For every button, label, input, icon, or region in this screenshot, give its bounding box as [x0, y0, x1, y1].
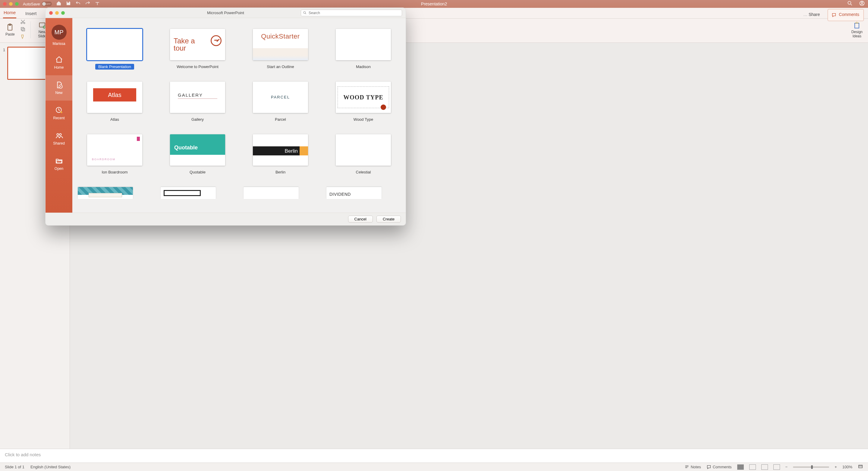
design-ideas-button[interactable]: Design Ideas	[849, 21, 865, 38]
slide-counter[interactable]: Slide 1 of 1	[5, 465, 24, 469]
new-file-icon	[55, 81, 63, 89]
template-berlin[interactable]: Berlin Berlin	[244, 134, 317, 175]
user-avatar[interactable]: MP	[52, 25, 67, 40]
sidebar-item-new[interactable]: New	[45, 75, 72, 101]
window-controls[interactable]	[3, 2, 19, 6]
template-label: Celestial	[353, 169, 374, 175]
slide-number: 1	[3, 47, 5, 79]
autosave-switch[interactable]: OFF	[41, 1, 52, 6]
template-label: Quotable	[187, 169, 209, 175]
clock-alert-icon	[55, 106, 63, 114]
zoom-slider[interactable]	[793, 467, 829, 468]
fit-to-window-icon[interactable]	[858, 464, 863, 470]
sorter-view-icon[interactable]	[749, 464, 756, 470]
minimize-window-icon[interactable]	[9, 2, 13, 6]
cancel-button[interactable]: Cancel	[348, 215, 373, 223]
qat-home-icon[interactable]	[56, 1, 61, 7]
template-welcome[interactable]: Take a tour Welcome to PowerPoint	[161, 29, 235, 70]
template-organic[interactable]: Organic	[78, 187, 152, 199]
template-search-input[interactable]	[309, 11, 400, 15]
template-atlas[interactable]: Atlas Atlas	[78, 81, 152, 122]
dialog-sidebar: MP Marissa Home New Recent Shared Open	[45, 18, 72, 213]
svg-rect-11	[855, 23, 859, 28]
svg-point-6	[24, 22, 25, 24]
template-circuit[interactable]: CIRCUIT Circuit	[244, 187, 317, 199]
zoom-percent[interactable]: 100%	[842, 465, 852, 469]
tab-home[interactable]: Home	[3, 9, 16, 19]
template-ion[interactable]: IONBOARDROOM Ion Boardroom	[78, 134, 152, 175]
quick-access-toolbar	[56, 1, 100, 7]
sidebar-item-home[interactable]: Home	[45, 50, 72, 75]
autosave-label: AutoSave	[23, 2, 40, 6]
zoom-out-icon[interactable]: −	[785, 465, 788, 469]
template-search[interactable]	[301, 10, 402, 16]
template-dividend[interactable]: DIVIDEND Dividend	[327, 187, 400, 199]
reading-view-icon[interactable]	[761, 464, 768, 470]
dialog-close-icon[interactable]	[49, 11, 53, 15]
sidebar-item-recent[interactable]: Recent	[45, 101, 72, 126]
template-frame[interactable]: Frame	[161, 187, 235, 199]
template-woodtype[interactable]: WOOD TYPE Wood Type	[327, 81, 400, 122]
paste-button[interactable]: Paste	[3, 23, 17, 36]
sidebar-item-label: Recent	[53, 116, 64, 120]
notes-placeholder: Click to add notes	[5, 452, 41, 457]
home-icon	[55, 56, 63, 64]
sidebar-item-shared[interactable]: Shared	[45, 126, 72, 151]
template-label: Gallery	[188, 116, 207, 122]
qat-customize-icon[interactable]	[95, 1, 100, 7]
share-button[interactable]: …Share	[802, 11, 821, 19]
dialog-zoom-icon[interactable]	[61, 11, 65, 15]
titlebar-search-icon[interactable]	[847, 0, 853, 7]
user-name: Marissa	[45, 41, 72, 46]
template-label: Berlin	[273, 169, 288, 175]
template-label: Parcel	[272, 116, 289, 122]
svg-rect-12	[859, 465, 862, 468]
template-label: Blank Presentation	[95, 64, 134, 70]
svg-point-0	[848, 1, 851, 4]
template-parcel[interactable]: PARCEL Parcel	[244, 81, 317, 122]
comments-toggle[interactable]: Comments	[707, 465, 732, 470]
comments-button[interactable]: Comments	[828, 9, 864, 21]
tab-insert[interactable]: Insert	[25, 10, 37, 19]
dialog-minimize-icon[interactable]	[55, 11, 59, 15]
svg-point-17	[59, 134, 61, 136]
template-outline[interactable]: QuickStarter Start an Outline	[244, 29, 317, 70]
create-button[interactable]: Create	[376, 215, 401, 223]
status-bar: Slide 1 of 1 English (United States) Not…	[0, 463, 868, 471]
qat-save-icon[interactable]	[66, 1, 71, 7]
document-title: Presentation2	[0, 1, 868, 6]
dialog-titlebar: Microsoft PowerPoint	[45, 8, 406, 18]
notes-pane[interactable]: Click to add notes	[0, 449, 868, 463]
svg-point-2	[861, 2, 863, 3]
template-quotable[interactable]: Quotable Quotable	[161, 134, 235, 175]
qat-redo-icon[interactable]	[85, 1, 90, 7]
autosave-toggle[interactable]: AutoSave OFF	[23, 1, 52, 6]
template-madison[interactable]: Madison Madison	[327, 29, 400, 70]
slideshow-view-icon[interactable]	[773, 464, 780, 470]
template-label: Atlas	[107, 116, 122, 122]
template-label: Ion Boardroom	[99, 169, 131, 175]
template-gallery[interactable]: GALLERY Gallery	[161, 81, 235, 122]
zoom-in-icon[interactable]: +	[835, 465, 837, 469]
close-window-icon[interactable]	[3, 2, 7, 6]
format-painter-icon[interactable]	[20, 34, 26, 40]
normal-view-icon[interactable]	[737, 464, 744, 470]
language-indicator[interactable]: English (United States)	[30, 465, 70, 469]
svg-point-13	[304, 11, 306, 13]
template-label: Madison	[353, 64, 374, 70]
dialog-window-controls[interactable]	[49, 11, 65, 15]
template-blank[interactable]: Blank Presentation	[78, 29, 152, 70]
dialog-footer: Cancel Create	[45, 213, 406, 225]
sidebar-item-label: Open	[55, 167, 63, 171]
sidebar-item-label: New	[55, 91, 62, 95]
cut-icon[interactable]	[20, 19, 26, 25]
template-celestial[interactable]: CELESTIAL Celestial	[327, 134, 400, 175]
qat-undo-icon[interactable]	[75, 1, 81, 7]
titlebar-account-icon[interactable]	[859, 0, 865, 7]
notes-toggle[interactable]: Notes	[684, 465, 701, 470]
new-presentation-dialog: Microsoft PowerPoint MP Marissa Home New…	[45, 7, 406, 226]
sidebar-item-label: Home	[54, 65, 64, 70]
sidebar-item-open[interactable]: Open	[45, 151, 72, 176]
copy-icon[interactable]	[20, 27, 26, 33]
fullscreen-window-icon[interactable]	[15, 2, 19, 6]
